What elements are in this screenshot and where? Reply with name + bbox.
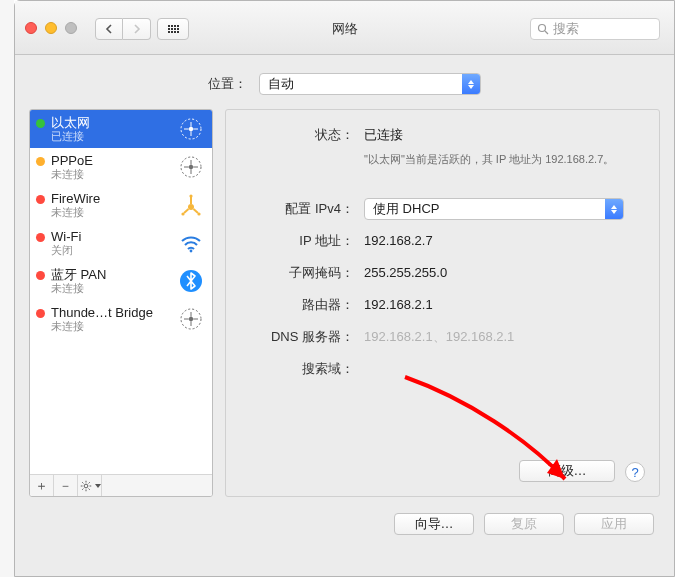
sidebar-item-pppoe[interactable]: PPPoE 未连接 (30, 148, 212, 186)
location-value: 自动 (268, 75, 294, 93)
status-dot-icon (36, 309, 45, 318)
searchdomain-label: 搜索域： (246, 358, 364, 380)
sidebar-item-wifi[interactable]: Wi-Fi 关闭 (30, 224, 212, 262)
select-arrows-icon (462, 74, 480, 94)
sidebar-item-bluetooth[interactable]: 蓝牙 PAN 未连接 (30, 262, 212, 300)
sidebar-item-firewire[interactable]: FireWire 未连接 (30, 186, 212, 224)
svg-point-20 (197, 212, 200, 215)
service-actions-button[interactable] (78, 475, 102, 496)
sidebar-item-status: 未连接 (51, 320, 172, 333)
sidebar-item-label: Thunde…t Bridge (51, 305, 172, 321)
svg-point-0 (539, 25, 546, 32)
wizard-button[interactable]: 向导… (394, 513, 474, 535)
svg-line-1 (545, 31, 548, 34)
status-row: 状态： 已连接 "以太网"当前是活跃的，其 IP 地址为 192.168.2.7… (246, 124, 639, 170)
ipv4-config-label: 配置 IPv4： (246, 198, 364, 220)
prefs-window: 网络 搜索 位置： 自动 以太网 已连接 (14, 0, 675, 577)
firewire-icon (178, 192, 204, 218)
svg-point-21 (190, 250, 193, 253)
svg-line-17 (184, 209, 189, 213)
sidebar-item-status: 关闭 (51, 244, 172, 257)
sidebar-item-status: 未连接 (51, 206, 172, 219)
svg-point-18 (181, 212, 184, 215)
svg-line-34 (82, 482, 83, 483)
sidebar-item-status: 未连接 (51, 282, 172, 295)
ip-value: 192.168.2.7 (364, 230, 639, 252)
status-label: 状态： (246, 124, 364, 146)
mask-value: 255.255.255.0 (364, 262, 639, 284)
status-dot-icon (36, 157, 45, 166)
status-dot-icon (36, 195, 45, 204)
service-sidebar: 以太网 已连接 PPPoE 未连接 (29, 109, 213, 497)
dns-label: DNS 服务器： (246, 326, 364, 348)
main-area: 以太网 已连接 PPPoE 未连接 (15, 109, 674, 497)
svg-point-9 (189, 165, 193, 169)
svg-point-29 (84, 484, 88, 488)
dns-row: DNS 服务器： 192.168.2.1、192.168.2.1 (246, 326, 639, 348)
revert-button: 复原 (484, 513, 564, 535)
searchdomain-row: 搜索域： (246, 358, 639, 380)
wifi-icon (178, 230, 204, 256)
ethernet-icon (178, 154, 204, 180)
background-sliver (0, 0, 14, 577)
sidebar-item-label: 以太网 (51, 115, 172, 131)
location-select[interactable]: 自动 (259, 73, 481, 95)
location-row: 位置： 自动 (15, 55, 674, 109)
sidebar-item-label: Wi-Fi (51, 229, 172, 245)
apply-button: 应用 (574, 513, 654, 535)
action-row: 向导… 复原 应用 (15, 497, 674, 535)
sidebar-item-label: FireWire (51, 191, 172, 207)
status-dot-icon (36, 233, 45, 242)
svg-point-3 (189, 127, 193, 131)
sidebar-item-ethernet[interactable]: 以太网 已连接 (30, 110, 212, 148)
detail-pane: 状态： 已连接 "以太网"当前是活跃的，其 IP 地址为 192.168.2.7… (225, 109, 660, 497)
status-subtext: "以太网"当前是活跃的，其 IP 地址为 192.168.2.7。 (364, 148, 624, 170)
sidebar-item-status: 未连接 (51, 168, 172, 181)
help-icon: ? (631, 465, 638, 480)
search-icon (537, 23, 549, 35)
remove-service-button[interactable]: － (54, 475, 78, 496)
select-arrows-icon (605, 199, 623, 219)
gear-icon (79, 479, 93, 493)
sidebar-item-label: 蓝牙 PAN (51, 267, 172, 283)
ipv4-config-row: 配置 IPv4： 使用 DHCP (246, 198, 639, 220)
sidebar-item-label: PPPoE (51, 153, 172, 169)
ip-row: IP 地址： 192.168.2.7 (246, 230, 639, 252)
ip-label: IP 地址： (246, 230, 364, 252)
sidebar-item-status: 已连接 (51, 130, 172, 143)
svg-line-37 (88, 482, 89, 483)
status-dot-icon (36, 119, 45, 128)
search-field[interactable]: 搜索 (530, 18, 660, 40)
svg-point-24 (189, 317, 193, 321)
add-service-button[interactable]: ＋ (30, 475, 54, 496)
svg-point-16 (189, 194, 192, 197)
router-row: 路由器： 192.168.2.1 (246, 294, 639, 316)
titlebar: 网络 搜索 (15, 1, 674, 55)
ipv4-config-value: 使用 DHCP (373, 198, 439, 220)
bluetooth-icon (178, 268, 204, 294)
service-list: 以太网 已连接 PPPoE 未连接 (30, 110, 212, 474)
ipv4-config-select[interactable]: 使用 DHCP (364, 198, 624, 220)
router-label: 路由器： (246, 294, 364, 316)
router-value: 192.168.2.1 (364, 294, 639, 316)
svg-line-19 (194, 209, 199, 213)
svg-line-35 (88, 488, 89, 489)
help-button[interactable]: ? (625, 462, 645, 482)
ethernet-icon (178, 306, 204, 332)
svg-line-36 (82, 488, 83, 489)
location-label: 位置： (208, 75, 247, 93)
ethernet-icon (178, 116, 204, 142)
search-placeholder: 搜索 (553, 20, 579, 38)
advanced-button[interactable]: 高级… (519, 460, 615, 482)
sidebar-item-thunderbolt[interactable]: Thunde…t Bridge 未连接 (30, 300, 212, 338)
sidebar-footer: ＋ － (30, 474, 212, 496)
dns-value[interactable]: 192.168.2.1、192.168.2.1 (364, 326, 639, 348)
status-value: 已连接 (364, 124, 639, 146)
svg-point-14 (188, 204, 194, 210)
mask-label: 子网掩码： (246, 262, 364, 284)
mask-row: 子网掩码： 255.255.255.0 (246, 262, 639, 284)
status-dot-icon (36, 271, 45, 280)
